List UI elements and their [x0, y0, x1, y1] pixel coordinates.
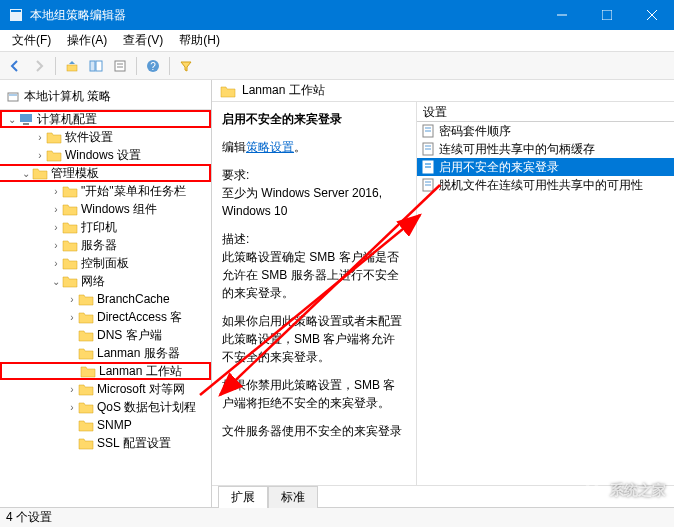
- edit-policy-link[interactable]: 策略设置: [246, 140, 294, 154]
- tree-microsoft-peer[interactable]: ›Microsoft 对等网: [0, 380, 211, 398]
- list-item-label: 启用不安全的来宾登录: [439, 159, 559, 176]
- tree-panel[interactable]: 本地计算机 策略 ⌄ 计算机配置 ›软件设置 ›Windows 设置 ⌄管理模板…: [0, 80, 212, 507]
- minimize-button[interactable]: [539, 0, 584, 30]
- tree-label: SSL 配置设置: [97, 435, 171, 452]
- svg-rect-17: [23, 123, 29, 125]
- tree-root[interactable]: 本地计算机 策略: [0, 84, 211, 110]
- expand-icon[interactable]: ›: [34, 132, 46, 143]
- tree-network[interactable]: ⌄网络: [0, 272, 211, 290]
- expand-icon[interactable]: ›: [66, 294, 78, 305]
- folder-icon: [62, 256, 78, 270]
- svg-rect-9: [115, 61, 125, 71]
- folder-icon: [32, 166, 48, 180]
- filter-button[interactable]: [175, 55, 197, 77]
- tree-lanman-server[interactable]: Lanman 服务器: [0, 344, 211, 362]
- desc-p1: 此策略设置确定 SMB 客户端是否允许在 SMB 服务器上进行不安全的来宾登录。: [222, 250, 399, 300]
- folder-icon: [78, 436, 94, 450]
- tree-ssl-config[interactable]: SSL 配置设置: [0, 434, 211, 452]
- expand-icon[interactable]: ›: [50, 204, 62, 215]
- svg-rect-6: [67, 65, 77, 71]
- settings-list[interactable]: 设置 密码套件顺序 连续可用性共享中的句柄缓存 启用不安全的来宾登录 脱机文件在…: [417, 102, 674, 485]
- up-button[interactable]: [61, 55, 83, 77]
- forward-button[interactable]: [28, 55, 50, 77]
- properties-button[interactable]: [109, 55, 131, 77]
- menu-file[interactable]: 文件(F): [4, 30, 59, 51]
- expand-icon[interactable]: ›: [50, 240, 62, 251]
- menu-action[interactable]: 操作(A): [59, 30, 115, 51]
- folder-icon: [80, 364, 96, 378]
- collapse-icon[interactable]: ⌄: [20, 168, 32, 179]
- edit-prefix: 编辑: [222, 140, 246, 154]
- tree-printers[interactable]: ›打印机: [0, 218, 211, 236]
- tree-windows-settings[interactable]: ›Windows 设置: [0, 146, 211, 164]
- tree-snmp[interactable]: SNMP: [0, 416, 211, 434]
- list-item-selected[interactable]: 启用不安全的来宾登录: [417, 158, 674, 176]
- tree-label: 软件设置: [65, 129, 113, 146]
- list-column-header[interactable]: 设置: [417, 102, 674, 122]
- tree-admin-templates[interactable]: ⌄管理模板: [0, 164, 211, 182]
- setting-icon: [421, 160, 435, 174]
- tree-label: BranchCache: [97, 292, 170, 306]
- folder-icon: [62, 220, 78, 234]
- folder-icon: [78, 346, 94, 360]
- folder-icon: [220, 84, 236, 98]
- title-bar: 本地组策略编辑器: [0, 0, 674, 30]
- req-label: 要求:: [222, 168, 249, 182]
- expand-icon[interactable]: ›: [50, 222, 62, 233]
- tree-branchcache[interactable]: ›BranchCache: [0, 290, 211, 308]
- list-item[interactable]: 连续可用性共享中的句柄缓存: [417, 140, 674, 158]
- tree-lanman-workstation[interactable]: Lanman 工作站: [0, 362, 211, 380]
- desc-p3: 如果你禁用此策略设置，SMB 客户端将拒绝不安全的来宾登录。: [222, 376, 406, 412]
- expand-icon[interactable]: ›: [50, 186, 62, 197]
- svg-rect-14: [8, 93, 18, 101]
- tree-dns-client[interactable]: DNS 客户端: [0, 326, 211, 344]
- computer-icon: [18, 112, 34, 126]
- setting-icon: [421, 178, 435, 192]
- list-item[interactable]: 脱机文件在连续可用性共享中的可用性: [417, 176, 674, 194]
- policy-title: 启用不安全的来宾登录: [222, 110, 406, 128]
- tree-label: Lanman 服务器: [97, 345, 180, 362]
- tree-label: Windows 设置: [65, 147, 141, 164]
- back-button[interactable]: [4, 55, 26, 77]
- tree-windows-components[interactable]: ›Windows 组件: [0, 200, 211, 218]
- maximize-button[interactable]: [584, 0, 629, 30]
- help-button[interactable]: ?: [142, 55, 164, 77]
- folder-icon: [62, 184, 78, 198]
- collapse-icon[interactable]: ⌄: [50, 276, 62, 287]
- svg-rect-16: [20, 114, 32, 122]
- list-item-label: 连续可用性共享中的句柄缓存: [439, 141, 595, 158]
- show-hide-tree-button[interactable]: [85, 55, 107, 77]
- tree-computer-config[interactable]: ⌄ 计算机配置: [0, 110, 211, 128]
- menu-help[interactable]: 帮助(H): [171, 30, 228, 51]
- expand-icon[interactable]: ›: [34, 150, 46, 161]
- main-panel: Lanman 工作站 启用不安全的来宾登录 编辑策略设置。 要求:至少为 Win…: [212, 80, 674, 507]
- tree-qos[interactable]: ›QoS 数据包计划程: [0, 398, 211, 416]
- expand-icon[interactable]: ›: [50, 258, 62, 269]
- folder-icon: [46, 148, 62, 162]
- folder-icon: [62, 274, 78, 288]
- tree-server[interactable]: ›服务器: [0, 236, 211, 254]
- tree-start-taskbar[interactable]: ›"开始"菜单和任务栏: [0, 182, 211, 200]
- window-title: 本地组策略编辑器: [30, 7, 539, 24]
- tab-extended[interactable]: 扩展: [218, 486, 268, 508]
- expand-icon[interactable]: ›: [66, 402, 78, 413]
- tree-control-panel[interactable]: ›控制面板: [0, 254, 211, 272]
- app-icon: [8, 7, 24, 23]
- tab-standard[interactable]: 标准: [268, 486, 318, 508]
- folder-icon: [62, 238, 78, 252]
- tree-directaccess[interactable]: ›DirectAccess 客: [0, 308, 211, 326]
- folder-icon: [78, 382, 94, 396]
- svg-rect-7: [90, 61, 95, 71]
- tree-software-settings[interactable]: ›软件设置: [0, 128, 211, 146]
- collapse-icon[interactable]: ⌄: [6, 114, 18, 125]
- expand-icon[interactable]: ›: [66, 312, 78, 323]
- tree-label: 服务器: [81, 237, 117, 254]
- close-button[interactable]: [629, 0, 674, 30]
- desc-p4: 文件服务器使用不安全的来宾登录: [222, 422, 406, 440]
- folder-icon: [62, 202, 78, 216]
- status-bar: 4 个设置: [0, 507, 674, 527]
- list-item[interactable]: 密码套件顺序: [417, 122, 674, 140]
- tree-label: Windows 组件: [81, 201, 157, 218]
- menu-view[interactable]: 查看(V): [115, 30, 171, 51]
- expand-icon[interactable]: ›: [66, 384, 78, 395]
